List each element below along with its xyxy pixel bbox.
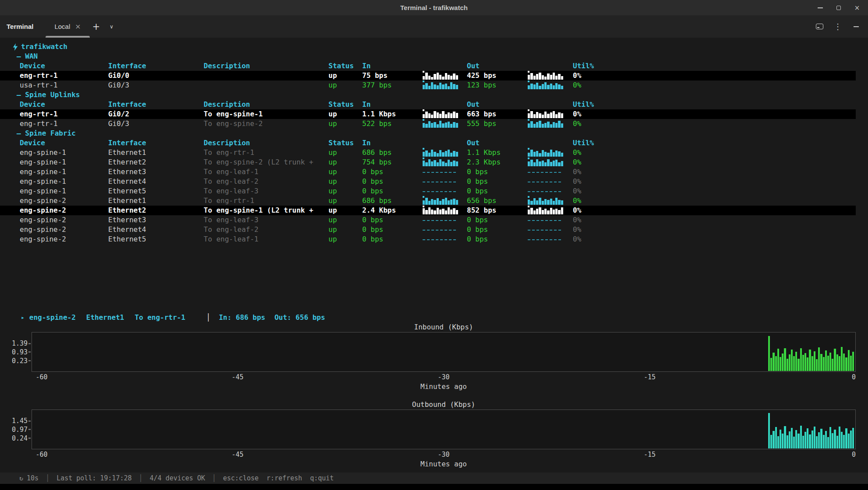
traffic-sparkline (528, 110, 563, 118)
cell-in-rate: 377 bps (362, 80, 423, 90)
cell-in-rate: 2.4 Kbps (362, 206, 423, 215)
cell-status: up (328, 119, 362, 129)
cell-interface: Ethernet3 (108, 215, 204, 225)
cell-description: To eng-spine-2 (204, 119, 328, 129)
section-title: — WAN (0, 52, 868, 61)
status-separator: │ (139, 474, 143, 482)
x-tick-label: -60 (35, 450, 47, 459)
spark-max-dot (423, 196, 424, 198)
spark-max-dot (423, 206, 424, 207)
spark-max-dot (423, 109, 424, 111)
cell-description: To eng-leaf-1 (204, 167, 328, 177)
cell-util: 0% (573, 158, 856, 167)
cell-interface: Ethernet4 (108, 177, 204, 186)
column-header: Interface (108, 138, 204, 148)
cell-device: eng-spine-1 (20, 167, 108, 177)
column-header: Out (467, 138, 528, 148)
table-row[interactable]: eng-spine-2Ethernet3To eng-leaf-3up0 bps… (0, 215, 856, 225)
table-row[interactable]: eng-spine-1Ethernet3To eng-leaf-1up0 bps… (0, 167, 856, 177)
cell-status: up (328, 71, 362, 80)
cell-interface: Gi0/2 (108, 109, 204, 119)
table-row[interactable]: eng-rtr-1Gi0/2To eng-spine-1up1.1 Kbps66… (0, 109, 856, 119)
tab-list-chevron-icon[interactable]: ∨ (109, 24, 113, 30)
spark-max-dot (528, 148, 529, 150)
spark-max-dot (528, 119, 529, 121)
collapse-icon[interactable] (852, 26, 860, 27)
chart-title: Outbound (Kbps) (32, 400, 856, 409)
terminal-content[interactable]: trafikwatch — WANDeviceInterfaceDescript… (0, 38, 868, 472)
cell-interface: Gi0/3 (108, 119, 204, 129)
cell-description: To eng-leaf-3 (204, 215, 328, 225)
status-separator: │ (212, 474, 216, 482)
spark-max-dot (423, 158, 424, 159)
cell-out-rate: 656 bps (467, 196, 528, 206)
selected-interface-detail: ▸ eng-spine-2 Ethernet1 To eng-rtr-1 │ I… (0, 313, 868, 322)
table-row[interactable]: usa-rtr-1Gi0/3up377 bps123 bps0% (0, 80, 856, 90)
cell-in-rate: 0 bps (362, 177, 423, 186)
restore-icon (836, 6, 841, 10)
detail-description: To eng-rtr-1 (135, 313, 186, 322)
cell-out-rate: 0 bps (467, 167, 528, 177)
x-tick-label: -45 (232, 450, 243, 459)
cell-out-rate: 663 bps (467, 109, 528, 119)
tab-close-icon[interactable]: × (75, 22, 81, 31)
table-row[interactable]: eng-rtr-1Gi0/0up75 bps425 bps0% (0, 71, 856, 80)
cell-device: eng-spine-1 (20, 148, 108, 158)
table-row[interactable]: eng-rtr-1Gi0/3To eng-spine-2up522 bps555… (0, 119, 856, 129)
cell-device: eng-spine-1 (20, 186, 108, 196)
cell-device: eng-spine-1 (20, 177, 108, 186)
detail-interface: Ethernet1 (86, 313, 124, 322)
table-row[interactable]: eng-spine-1Ethernet4To eng-leaf-2up0 bps… (0, 177, 856, 186)
column-header: Interface (108, 61, 204, 71)
window-controls: × (816, 0, 861, 15)
cell-description: To eng-leaf-3 (204, 186, 328, 196)
detail-out-rate: Out: 656 bps (275, 313, 325, 322)
x-tick-label: -30 (438, 450, 449, 459)
spark-max-dot (528, 196, 529, 198)
column-header: In (362, 138, 423, 148)
outbound-chart-plot: 1.450.970.24 (32, 410, 856, 449)
app-menu-terminal[interactable]: Terminal (7, 23, 33, 30)
table-header-row: DeviceInterfaceDescriptionStatusInOutUti… (0, 61, 856, 71)
column-header: Description (204, 100, 328, 109)
inbound-chart-plot: 1.390.930.23 (32, 332, 856, 372)
table-row[interactable]: eng-spine-2Ethernet4To eng-leaf-2up0 bps… (0, 225, 856, 234)
table-row[interactable]: eng-spine-2Ethernet1To eng-rtr-1up686 bp… (0, 196, 856, 206)
traffic-sparkline (423, 120, 458, 128)
terminal-pane-icon[interactable] (815, 24, 823, 29)
restore-button[interactable] (835, 4, 843, 12)
y-tick-label: 0.23 (2, 357, 28, 364)
table-row[interactable]: eng-spine-2Ethernet2To eng-spine-1 (L2 t… (0, 206, 856, 215)
traffic-sparkline (423, 226, 458, 234)
table-row[interactable]: eng-spine-1Ethernet2To eng-spine-2 (L2 t… (0, 158, 856, 167)
cell-in-rate: 0 bps (362, 225, 423, 234)
cell-status: up (328, 148, 362, 158)
column-header: Device (20, 61, 108, 71)
cell-device: eng-spine-1 (20, 158, 108, 167)
spark-max-dot (528, 158, 529, 159)
tab-local[interactable]: Local × (53, 20, 81, 33)
detail-device: eng-spine-2 (29, 313, 76, 322)
close-button[interactable]: × (853, 4, 861, 12)
cell-in-rate: 522 bps (362, 119, 423, 129)
kebab-menu-icon[interactable]: ⋮ (834, 22, 842, 31)
section-title: — Spine Uplinks (0, 90, 868, 100)
cell-status: up (328, 109, 362, 119)
column-header: Status (328, 61, 362, 71)
table-row[interactable]: eng-spine-1Ethernet5To eng-leaf-3up0 bps… (0, 186, 856, 196)
table-row[interactable]: eng-spine-1Ethernet1To eng-rtr-1up686 bp… (0, 148, 856, 158)
traffic-sparkline (528, 187, 563, 195)
new-tab-button[interactable]: + (92, 21, 100, 32)
traffic-sparkline (528, 120, 563, 128)
cell-out-rate: 0 bps (467, 225, 528, 234)
cell-util: 0% (573, 109, 856, 119)
x-axis-label: Minutes ago (32, 460, 856, 469)
table-header-row: DeviceInterfaceDescriptionStatusInOutUti… (0, 100, 856, 109)
cell-in-rate: 754 bps (362, 158, 423, 167)
header-spacer (423, 100, 467, 109)
section-title: — Spine Fabric (0, 129, 868, 138)
table-row[interactable]: eng-spine-2Ethernet5To eng-leaf-1up0 bps… (0, 234, 856, 244)
column-header: Description (204, 138, 328, 148)
window-titlebar[interactable]: Terminal - trafikwatch × (0, 0, 868, 15)
minimize-button[interactable] (816, 4, 824, 12)
